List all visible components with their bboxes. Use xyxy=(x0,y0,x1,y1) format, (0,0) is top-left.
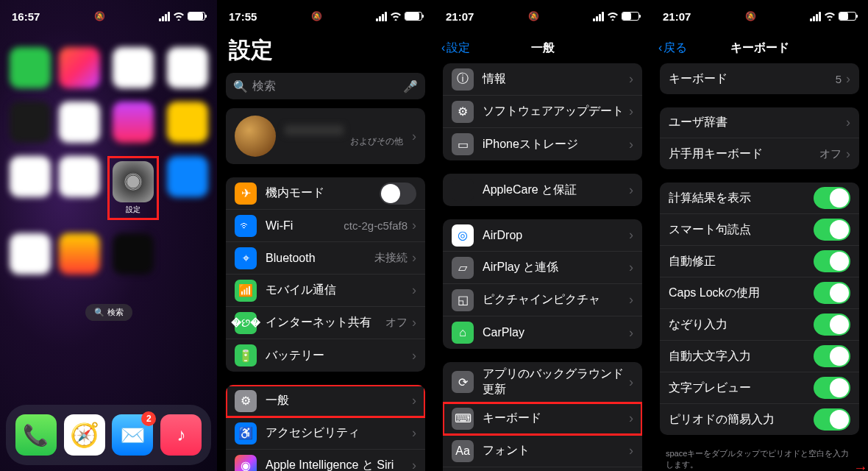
app-icon[interactable] xyxy=(113,233,154,275)
chevron-icon: › xyxy=(846,146,850,162)
chevron-icon: › xyxy=(629,71,633,87)
back-button[interactable]: ‹設定 xyxy=(441,40,470,56)
info-icon: ⓘ xyxy=(452,68,474,91)
pip-row[interactable]: ◱ピクチャインピクチャ› xyxy=(443,284,642,316)
airdrop-icon: ◎ xyxy=(452,224,474,247)
dock: 📞 🧭 ✉️ 2 ♪ xyxy=(6,405,211,465)
home-content: 設定 🔍 検索 xyxy=(0,32,217,343)
app-icon[interactable] xyxy=(59,156,100,197)
app-icon[interactable] xyxy=(10,47,51,88)
storage-row[interactable]: ▭iPhoneストレージ› xyxy=(443,128,642,160)
app-icon[interactable] xyxy=(113,47,154,88)
calc-toggle[interactable] xyxy=(814,187,850,209)
battery-icon xyxy=(622,12,639,21)
phone-app-icon[interactable]: 📞 xyxy=(15,414,57,456)
settings-app-label: 設定 xyxy=(113,205,154,215)
app-icon[interactable] xyxy=(167,102,208,143)
arrow-right-icon: → xyxy=(853,459,868,471)
wifi-row[interactable]: ᯤ Wi-Fi ctc-2g-c5faf8 › xyxy=(226,210,425,242)
battery-row[interactable]: 🔋 バッテリー › xyxy=(226,339,425,372)
antenna-icon: 📶 xyxy=(235,280,257,302)
font-row[interactable]: Aaフォント› xyxy=(443,435,642,467)
accessibility-row[interactable]: ♿ アクセシビリティ › xyxy=(226,417,425,450)
settings-app-icon[interactable] xyxy=(113,161,154,202)
bg-refresh-row[interactable]: ⟳アプリのバックグラウンド更新› xyxy=(443,362,642,403)
cellular-signal-icon xyxy=(376,12,387,21)
back-button[interactable]: ‹戻る xyxy=(658,40,687,56)
search-input[interactable]: 🔍 検索 🎤 xyxy=(226,73,425,99)
app-icon[interactable] xyxy=(10,233,51,275)
onehand-row[interactable]: 片手用キーボードオフ› xyxy=(660,138,859,169)
link-icon: �છ� xyxy=(235,312,257,334)
calc-row[interactable]: 計算結果を表示 xyxy=(660,183,859,214)
chevron-icon: › xyxy=(412,458,416,471)
mail-badge: 2 xyxy=(141,411,156,426)
hotspot-row[interactable]: �છ� インターネット共有 オフ › xyxy=(226,307,425,339)
app-icon[interactable] xyxy=(167,47,208,88)
safari-app-icon[interactable]: 🧭 xyxy=(64,414,105,456)
airplay-row[interactable]: ▱AirPlay と連係› xyxy=(443,252,642,284)
airplane-toggle[interactable] xyxy=(380,183,416,205)
keyboard-row[interactable]: ⌨キーボード› xyxy=(443,403,642,435)
user-dict-row[interactable]: ユーザ辞書› xyxy=(660,107,859,138)
chevron-icon: › xyxy=(629,104,633,119)
chevron-icon: › xyxy=(629,325,633,341)
app-icon[interactable] xyxy=(10,102,51,143)
storage-icon: ▭ xyxy=(452,133,474,155)
nav-title: キーボード xyxy=(730,40,789,56)
period-row[interactable]: ピリオドの簡易入力 xyxy=(660,404,859,435)
airdrop-row[interactable]: ◎AirDrop› xyxy=(443,219,642,252)
applecare-row[interactable]: AppleCare と保証› xyxy=(443,174,642,206)
home-screen: 16:57 🔕 設定 xyxy=(0,0,217,471)
settings-general: 21:07 🔕 ‹設定 一般 ⓘ情報› ⚙ソフトウェアアップデート› ▭iPho… xyxy=(434,0,651,471)
battery-icon xyxy=(188,12,205,21)
general-row[interactable]: ⚙ 一般 › xyxy=(226,385,425,417)
nav-title: 一般 xyxy=(531,40,555,56)
capslock-toggle[interactable] xyxy=(814,282,850,304)
bluetooth-row[interactable]: ⌖ Bluetooth 未接続 › xyxy=(226,242,425,275)
chevron-icon: › xyxy=(412,218,416,233)
autocaps-toggle[interactable] xyxy=(814,345,850,367)
smartpunct-row[interactable]: スマート句読点 xyxy=(660,214,859,246)
swipe-row[interactable]: なぞり入力 xyxy=(660,309,859,341)
about-row[interactable]: ⓘ情報› xyxy=(443,63,642,96)
app-icon[interactable] xyxy=(59,47,100,88)
silent-icon: 🔕 xyxy=(745,11,756,21)
mic-icon[interactable]: 🎤 xyxy=(403,79,418,93)
app-icon[interactable] xyxy=(167,156,208,197)
gear-icon: ⚙ xyxy=(235,390,257,412)
chevron-icon: › xyxy=(412,129,416,144)
chevron-icon: › xyxy=(412,250,416,266)
capslock-row[interactable]: Caps Lockの使用 xyxy=(660,277,859,309)
cellular-row[interactable]: 📶 モバイル通信 › xyxy=(226,275,425,307)
spotlight-search[interactable]: 🔍 検索 xyxy=(85,304,132,321)
preview-toggle[interactable] xyxy=(814,377,850,399)
app-icon[interactable] xyxy=(113,102,154,143)
siri-row[interactable]: ◉ Apple Intelligence と Siri › xyxy=(226,450,425,471)
clock: 17:55 xyxy=(229,10,257,23)
carplay-row[interactable]: ⌂CarPlay› xyxy=(443,316,642,349)
software-update-row[interactable]: ⚙ソフトウェアアップデート› xyxy=(443,96,642,128)
avatar xyxy=(235,116,276,157)
airplane-mode-row[interactable]: ✈ 機内モード xyxy=(226,177,425,210)
autocaps-row[interactable]: 自動大文字入力 xyxy=(660,341,859,372)
app-icon[interactable] xyxy=(10,156,51,197)
wifi-row-icon: ᯤ xyxy=(235,215,257,237)
swipe-toggle[interactable] xyxy=(814,314,850,336)
autocorrect-toggle[interactable] xyxy=(814,250,850,272)
language-row[interactable]: 🌐言語と地域› xyxy=(443,467,642,471)
music-app-icon[interactable]: ♪ xyxy=(160,414,202,456)
airplay-icon: ▱ xyxy=(452,257,474,279)
battery-row-icon: 🔋 xyxy=(235,344,257,366)
preview-row[interactable]: 文字プレビュー xyxy=(660,372,859,404)
apple-id-row[interactable]: およびその他 › xyxy=(226,108,425,164)
settings-keyboard: 21:07 🔕 ‹戻る キーボード キーボード5› ユーザ辞書› 片手用キーボー… xyxy=(651,0,868,471)
app-icon[interactable] xyxy=(59,233,100,275)
mail-app-icon[interactable]: ✉️ 2 xyxy=(112,414,153,456)
autocorrect-row[interactable]: 自動修正 xyxy=(660,246,859,277)
period-toggle[interactable] xyxy=(814,408,850,431)
keyboards-row[interactable]: キーボード5› xyxy=(660,63,859,94)
smartpunct-toggle[interactable] xyxy=(814,219,850,241)
app-icon[interactable] xyxy=(59,102,100,143)
chevron-icon: › xyxy=(629,443,633,458)
